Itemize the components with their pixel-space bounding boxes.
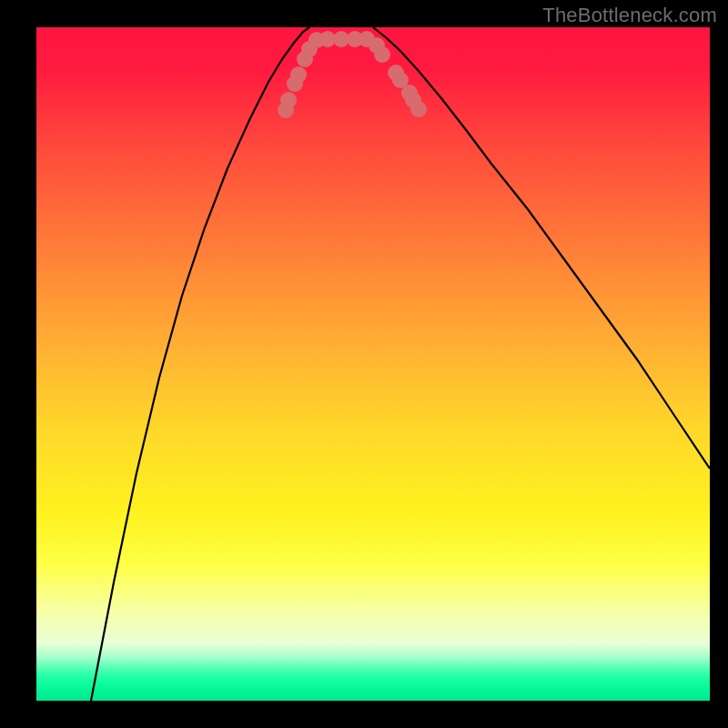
highlight-dot — [410, 101, 427, 117]
highlight-dots — [278, 31, 427, 118]
chart-frame: TheBottleneck.com — [0, 0, 728, 728]
curve-layer — [36, 27, 710, 701]
highlight-dot — [280, 92, 297, 108]
highlight-dot — [290, 66, 307, 83]
plot-area — [36, 27, 710, 701]
right-curve — [373, 27, 710, 469]
highlight-dot — [374, 46, 390, 63]
watermark-text: TheBottleneck.com — [542, 4, 717, 27]
left-curve — [91, 27, 309, 701]
